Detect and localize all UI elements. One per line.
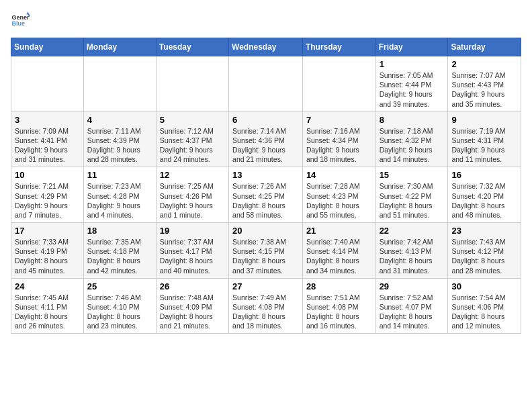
calendar-cell: 5Sunrise: 7:12 AM Sunset: 4:37 PM Daylig… [156,111,228,167]
day-number: 8 [380,115,445,125]
col-header-sunday: Sunday [11,38,84,56]
calendar-week-row: 1Sunrise: 7:05 AM Sunset: 4:44 PM Daylig… [11,56,521,112]
calendar-week-row: 10Sunrise: 7:21 AM Sunset: 4:29 PM Dayli… [11,167,521,223]
day-info: Sunrise: 7:21 AM Sunset: 4:29 PM Dayligh… [15,181,80,220]
day-number: 6 [232,115,299,125]
col-header-tuesday: Tuesday [156,38,228,56]
day-info: Sunrise: 7:11 AM Sunset: 4:39 PM Dayligh… [87,126,152,165]
day-info: Sunrise: 7:54 AM Sunset: 4:06 PM Dayligh… [451,293,517,331]
day-number: 24 [15,281,80,291]
calendar-cell: 29Sunrise: 7:52 AM Sunset: 4:07 PM Dayli… [375,278,448,334]
calendar-cell [229,56,303,112]
calendar-cell: 15Sunrise: 7:30 AM Sunset: 4:22 PM Dayli… [375,167,448,223]
day-number: 19 [160,226,225,236]
col-header-friday: Friday [375,38,448,56]
svg-text:General: General [11,14,30,21]
day-info: Sunrise: 7:19 AM Sunset: 4:31 PM Dayligh… [451,126,517,165]
day-number: 17 [15,226,80,236]
calendar-cell: 16Sunrise: 7:32 AM Sunset: 4:20 PM Dayli… [448,167,521,223]
day-info: Sunrise: 7:37 AM Sunset: 4:17 PM Dayligh… [160,237,225,275]
calendar-cell: 18Sunrise: 7:35 AM Sunset: 4:18 PM Dayli… [83,223,156,279]
calendar-cell: 3Sunrise: 7:09 AM Sunset: 4:41 PM Daylig… [11,111,84,167]
calendar-cell: 9Sunrise: 7:19 AM Sunset: 4:31 PM Daylig… [448,111,521,167]
day-info: Sunrise: 7:33 AM Sunset: 4:19 PM Dayligh… [15,237,80,275]
day-info: Sunrise: 7:18 AM Sunset: 4:32 PM Dayligh… [380,126,445,165]
day-number: 20 [232,226,299,236]
day-info: Sunrise: 7:35 AM Sunset: 4:18 PM Dayligh… [87,237,152,275]
col-header-monday: Monday [83,38,156,56]
calendar-week-row: 24Sunrise: 7:45 AM Sunset: 4:11 PM Dayli… [11,278,521,334]
logo: General Blue [11,11,30,30]
day-info: Sunrise: 7:42 AM Sunset: 4:13 PM Dayligh… [380,237,445,275]
calendar-cell: 7Sunrise: 7:16 AM Sunset: 4:34 PM Daylig… [302,111,375,167]
calendar-cell: 23Sunrise: 7:43 AM Sunset: 4:12 PM Dayli… [448,223,521,279]
day-info: Sunrise: 7:46 AM Sunset: 4:10 PM Dayligh… [87,293,152,331]
day-info: Sunrise: 7:30 AM Sunset: 4:22 PM Dayligh… [380,181,445,220]
calendar-cell: 1Sunrise: 7:05 AM Sunset: 4:44 PM Daylig… [375,56,448,112]
day-info: Sunrise: 7:14 AM Sunset: 4:36 PM Dayligh… [232,126,299,165]
day-info: Sunrise: 7:40 AM Sunset: 4:14 PM Dayligh… [306,237,372,275]
col-header-wednesday: Wednesday [229,38,303,56]
col-header-thursday: Thursday [302,38,375,56]
day-info: Sunrise: 7:51 AM Sunset: 4:08 PM Dayligh… [306,293,372,331]
day-info: Sunrise: 7:48 AM Sunset: 4:09 PM Dayligh… [160,293,225,331]
calendar-cell: 12Sunrise: 7:25 AM Sunset: 4:26 PM Dayli… [156,167,228,223]
day-number: 16 [451,170,517,180]
calendar-cell: 6Sunrise: 7:14 AM Sunset: 4:36 PM Daylig… [229,111,303,167]
calendar-header-row: SundayMondayTuesdayWednesdayThursdayFrid… [11,38,521,56]
day-number: 14 [306,170,372,180]
day-number: 15 [380,170,445,180]
calendar-cell: 10Sunrise: 7:21 AM Sunset: 4:29 PM Dayli… [11,167,84,223]
day-number: 29 [380,281,445,291]
calendar-cell: 8Sunrise: 7:18 AM Sunset: 4:32 PM Daylig… [375,111,448,167]
calendar-cell: 27Sunrise: 7:49 AM Sunset: 4:08 PM Dayli… [229,278,303,334]
day-info: Sunrise: 7:05 AM Sunset: 4:44 PM Dayligh… [380,71,445,109]
calendar-cell: 11Sunrise: 7:23 AM Sunset: 4:28 PM Dayli… [83,167,156,223]
day-number: 5 [160,115,225,125]
calendar-cell: 4Sunrise: 7:11 AM Sunset: 4:39 PM Daylig… [83,111,156,167]
calendar-week-row: 3Sunrise: 7:09 AM Sunset: 4:41 PM Daylig… [11,111,521,167]
calendar-table: SundayMondayTuesdayWednesdayThursdayFrid… [11,38,521,334]
page-header: General Blue [11,11,521,30]
day-info: Sunrise: 7:25 AM Sunset: 4:26 PM Dayligh… [160,181,225,220]
day-number: 11 [87,170,152,180]
calendar-cell: 22Sunrise: 7:42 AM Sunset: 4:13 PM Dayli… [375,223,448,279]
calendar-cell: 20Sunrise: 7:38 AM Sunset: 4:15 PM Dayli… [229,223,303,279]
day-number: 3 [15,115,80,125]
day-number: 18 [87,226,152,236]
calendar-cell [156,56,228,112]
day-number: 28 [306,281,372,291]
day-info: Sunrise: 7:16 AM Sunset: 4:34 PM Dayligh… [306,126,372,165]
calendar-cell: 26Sunrise: 7:48 AM Sunset: 4:09 PM Dayli… [156,278,228,334]
day-info: Sunrise: 7:12 AM Sunset: 4:37 PM Dayligh… [160,126,225,165]
day-info: Sunrise: 7:52 AM Sunset: 4:07 PM Dayligh… [380,293,445,331]
calendar-cell [83,56,156,112]
day-number: 12 [160,170,225,180]
day-info: Sunrise: 7:09 AM Sunset: 4:41 PM Dayligh… [15,126,80,165]
day-number: 26 [160,281,225,291]
logo-icon: General Blue [11,11,30,30]
day-number: 21 [306,226,372,236]
day-info: Sunrise: 7:49 AM Sunset: 4:08 PM Dayligh… [232,293,299,331]
day-number: 10 [15,170,80,180]
day-number: 7 [306,115,372,125]
day-info: Sunrise: 7:45 AM Sunset: 4:11 PM Dayligh… [15,293,80,331]
calendar-cell: 2Sunrise: 7:07 AM Sunset: 4:43 PM Daylig… [448,56,521,112]
calendar-cell: 25Sunrise: 7:46 AM Sunset: 4:10 PM Dayli… [83,278,156,334]
calendar-cell [11,56,84,112]
svg-text:Blue: Blue [11,20,25,27]
day-info: Sunrise: 7:38 AM Sunset: 4:15 PM Dayligh… [232,237,299,275]
day-number: 25 [87,281,152,291]
day-number: 4 [87,115,152,125]
calendar-cell: 24Sunrise: 7:45 AM Sunset: 4:11 PM Dayli… [11,278,84,334]
calendar-cell: 19Sunrise: 7:37 AM Sunset: 4:17 PM Dayli… [156,223,228,279]
day-number: 22 [380,226,445,236]
calendar-week-row: 17Sunrise: 7:33 AM Sunset: 4:19 PM Dayli… [11,223,521,279]
day-info: Sunrise: 7:43 AM Sunset: 4:12 PM Dayligh… [451,237,517,275]
day-number: 30 [451,281,517,291]
day-number: 1 [380,59,445,69]
day-number: 13 [232,170,299,180]
day-info: Sunrise: 7:26 AM Sunset: 4:25 PM Dayligh… [232,181,299,220]
day-info: Sunrise: 7:28 AM Sunset: 4:23 PM Dayligh… [306,181,372,220]
calendar-cell: 30Sunrise: 7:54 AM Sunset: 4:06 PM Dayli… [448,278,521,334]
